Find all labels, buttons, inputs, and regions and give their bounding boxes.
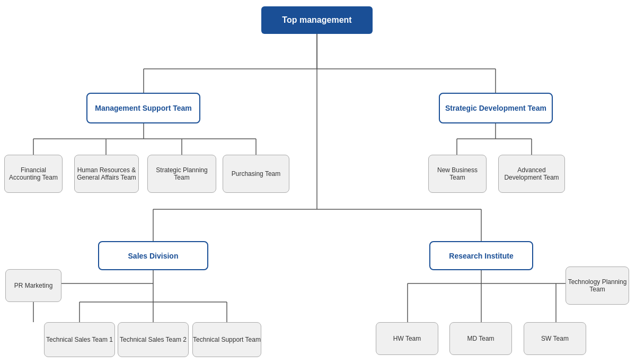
tech-sales-2-node: Technical Sales Team 2 [118,322,189,357]
md-team-node: MD Team [449,322,512,355]
tech-support-node: Technical Support Team [192,322,261,357]
top-management-node: Top management [261,6,373,34]
purchasing-node: Purchasing Team [223,155,289,193]
sw-team-node: SW Team [524,322,586,355]
tech-planning-node: Technology Planning Team [566,267,629,305]
financial-accounting-node: Financial Accounting Team [4,155,63,193]
advanced-development-node: Advanced Development Team [498,155,565,193]
management-support-node: Management Support Team [86,93,200,123]
new-business-node: New Business Team [428,155,487,193]
pr-marketing-node: PR Marketing [5,269,61,302]
strategic-development-node: Strategic Development Team [439,93,553,123]
org-chart: Top management Management Support Team S… [0,0,636,364]
hr-general-affairs-node: Human Resources & General Affairs Team [74,155,139,193]
tech-sales-1-node: Technical Sales Team 1 [44,322,115,357]
sales-division-node: Sales Division [98,241,208,270]
research-institute-node: Research Institute [429,241,533,270]
hw-team-node: HW Team [376,322,438,355]
strategic-planning-node: Strategic Planning Team [147,155,216,193]
